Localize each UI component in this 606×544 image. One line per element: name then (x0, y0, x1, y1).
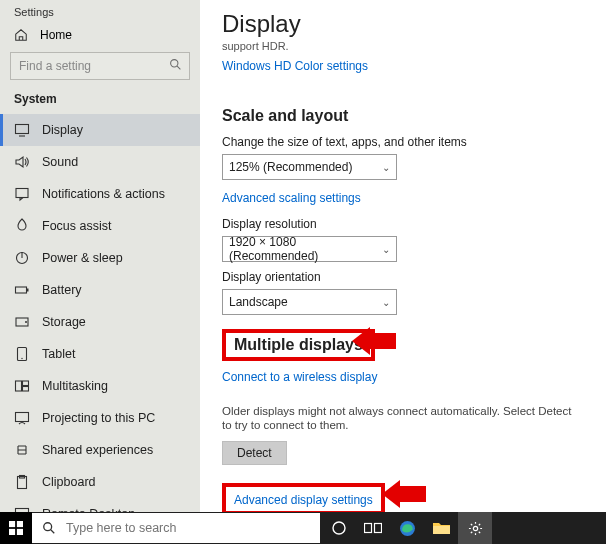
nav-label: Projecting to this PC (42, 411, 155, 425)
nav-label: Shared experiences (42, 443, 153, 457)
settings-taskbar-button[interactable] (458, 512, 492, 544)
nav-label: Sound (42, 155, 78, 169)
orientation-label: Display orientation (222, 270, 584, 284)
chevron-down-icon: ⌄ (382, 162, 390, 173)
orientation-value: Landscape (229, 295, 288, 309)
nav-label: Tablet (42, 347, 75, 361)
focus-icon (14, 218, 30, 234)
nav-multitasking[interactable]: Multitasking (0, 370, 200, 402)
svg-rect-23 (9, 529, 15, 535)
tablet-icon (14, 346, 30, 362)
shared-icon (14, 442, 30, 458)
explorer-button[interactable] (424, 512, 458, 544)
svg-rect-24 (17, 529, 23, 535)
clipboard-icon (14, 474, 30, 490)
svg-rect-22 (17, 521, 23, 527)
orientation-dropdown[interactable]: Landscape ⌄ (222, 289, 397, 315)
taskbar-search-input[interactable] (66, 521, 320, 535)
search-input[interactable] (10, 52, 190, 80)
wireless-display-link[interactable]: Connect to a wireless display (222, 370, 377, 384)
power-icon (14, 250, 30, 266)
nav-sound[interactable]: Sound (0, 146, 200, 178)
nav-display[interactable]: Display (0, 114, 200, 146)
taskbar (0, 512, 606, 544)
advanced-display-link[interactable]: Advanced display settings (234, 493, 373, 507)
svg-point-12 (21, 358, 22, 359)
advanced-scaling-link[interactable]: Advanced scaling settings (222, 191, 361, 205)
svg-rect-29 (375, 524, 382, 533)
scale-label: Change the size of text, apps, and other… (222, 135, 584, 149)
scale-dropdown[interactable]: 125% (Recommended) ⌄ (222, 154, 397, 180)
nav-remote[interactable]: Remote Desktop (0, 498, 200, 512)
multiple-displays-heading: Multiple displays (234, 336, 363, 353)
svg-rect-21 (9, 521, 15, 527)
nav-battery[interactable]: Battery (0, 274, 200, 306)
section-title: System (0, 88, 200, 114)
scale-value: 125% (Recommended) (229, 160, 352, 174)
page-title: Display (222, 10, 584, 38)
scale-heading: Scale and layout (222, 107, 584, 125)
nav-clipboard[interactable]: Clipboard (0, 466, 200, 498)
nav-label: Power & sleep (42, 251, 123, 265)
svg-rect-28 (365, 524, 372, 533)
task-view-button[interactable] (356, 512, 390, 544)
nav-label: Focus assist (42, 219, 111, 233)
nav-tablet[interactable]: Tablet (0, 338, 200, 370)
edge-button[interactable] (390, 512, 424, 544)
nav-label: Battery (42, 283, 82, 297)
nav-label: Multitasking (42, 379, 108, 393)
nav-power[interactable]: Power & sleep (0, 242, 200, 274)
taskbar-pinned (322, 512, 492, 544)
nav-label: Clipboard (42, 475, 96, 489)
multitasking-icon (14, 378, 30, 394)
nav-focus[interactable]: Focus assist (0, 210, 200, 242)
home-label: Home (40, 28, 72, 42)
svg-rect-16 (16, 413, 29, 422)
nav-list: Display Sound Notifications & actions Fo… (0, 114, 200, 512)
nav-projecting[interactable]: Projecting to this PC (0, 402, 200, 434)
resolution-dropdown[interactable]: 1920 × 1080 (Recommended) ⌄ (222, 236, 397, 262)
notifications-icon (14, 186, 30, 202)
svg-rect-7 (16, 287, 27, 293)
start-button[interactable] (0, 512, 32, 544)
svg-rect-31 (433, 526, 450, 534)
svg-rect-2 (16, 125, 29, 134)
svg-rect-13 (16, 381, 22, 391)
gear-icon (468, 521, 483, 536)
svg-rect-4 (16, 189, 28, 198)
nav-notifications[interactable]: Notifications & actions (0, 178, 200, 210)
cortana-button[interactable] (322, 512, 356, 544)
settings-sidebar: Settings Home System Display (0, 0, 200, 512)
hd-color-link[interactable]: Windows HD Color settings (222, 59, 368, 73)
taskbar-search[interactable] (32, 513, 320, 543)
advanced-display-highlight: Advanced display settings (222, 483, 385, 512)
nav-storage[interactable]: Storage (0, 306, 200, 338)
home-nav[interactable]: Home (0, 22, 200, 50)
resolution-label: Display resolution (222, 217, 584, 231)
svg-point-10 (25, 321, 27, 323)
annotation-arrow-icon (382, 480, 426, 508)
content-pane: Display support HDR. Windows HD Color se… (200, 0, 606, 512)
svg-line-26 (51, 530, 55, 534)
nav-shared[interactable]: Shared experiences (0, 434, 200, 466)
hdr-note: support HDR. (222, 40, 584, 52)
projecting-icon (14, 410, 30, 426)
task-view-icon (364, 521, 382, 535)
nav-label: Storage (42, 315, 86, 329)
sound-icon (14, 154, 30, 170)
detect-button[interactable]: Detect (222, 441, 287, 465)
edge-icon (399, 520, 416, 537)
nav-label: Notifications & actions (42, 187, 165, 201)
svg-point-32 (473, 526, 477, 530)
svg-rect-14 (23, 381, 29, 386)
search-icon (32, 521, 66, 535)
folder-icon (433, 521, 450, 535)
nav-label: Display (42, 123, 83, 137)
search-icon (169, 58, 182, 71)
chevron-down-icon: ⌄ (382, 297, 390, 308)
svg-rect-15 (23, 387, 29, 392)
battery-icon (14, 282, 30, 298)
older-displays-info: Older displays might not always connect … (222, 404, 582, 433)
search-wrap (10, 52, 190, 80)
home-icon (14, 28, 28, 42)
